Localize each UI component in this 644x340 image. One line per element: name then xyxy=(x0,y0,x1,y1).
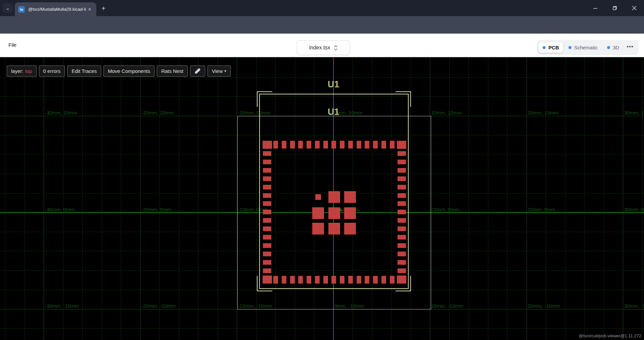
grid-vline xyxy=(468,57,469,340)
typescript-favicon-icon: ts xyxy=(18,6,25,13)
grid-vline xyxy=(642,57,643,340)
move-components-button[interactable]: Move Components xyxy=(103,66,154,77)
view-switcher: PCB Schematic 3D ••• xyxy=(537,40,639,55)
silkscreen-corner-mark xyxy=(257,91,258,107)
grid-coordinate-label: 10mm, 0mm xyxy=(431,207,459,212)
grid-coordinate-label: -30mm, 0mm xyxy=(45,207,75,212)
file-selector-value: index.tsx xyxy=(309,45,330,51)
grid-coordinate-label: 10mm, -10mm xyxy=(431,303,464,309)
new-tab-button[interactable]: + xyxy=(99,4,108,13)
browser-urlbar: ← → ⟳ i localhost:3020/#file=index.tsx&m… xyxy=(0,16,644,34)
tab-schematic[interactable]: Schematic xyxy=(564,42,602,53)
browser-tab[interactable]: ts @tsci/MustafaMulla29.kicad-lib ✕ xyxy=(15,2,96,16)
layer-prefix: layer: xyxy=(11,68,24,74)
refdes-label-inner: U1 xyxy=(328,107,339,117)
grid-hline xyxy=(0,77,644,78)
grid-vline xyxy=(526,57,527,340)
tab-3d-label: 3D xyxy=(613,45,619,50)
tab-3d[interactable]: 3D xyxy=(603,42,623,53)
grid-coordinate-label: 30mm, 10mm xyxy=(624,110,644,116)
grid-coordinate-label: 20mm, 0mm xyxy=(527,207,555,212)
minimize-button[interactable] xyxy=(586,0,605,16)
grid-vline xyxy=(44,57,44,340)
3d-dot-icon xyxy=(607,46,610,49)
grid-vline xyxy=(102,57,102,340)
view-label: View xyxy=(212,68,223,74)
view-dropdown-button[interactable]: View ▾ xyxy=(208,66,231,77)
grid-vline xyxy=(623,57,623,340)
net-label: n, xyxy=(339,207,343,212)
grid-coordinate-label: -20mm, 0mm xyxy=(141,207,171,212)
grid-coordinate-label: 20mm, -10mm xyxy=(527,303,560,309)
grid-hline xyxy=(0,328,644,329)
grid-coordinate-label: 30mm, 0mm xyxy=(624,207,644,212)
tab-close-icon[interactable]: ✕ xyxy=(86,6,93,13)
grid-vline xyxy=(159,57,160,340)
close-window-button[interactable] xyxy=(625,0,644,16)
grid-vline xyxy=(507,57,507,340)
browser-window: ⌄ ts @tsci/MustafaMulla29.kicad-lib ✕ + xyxy=(0,0,644,340)
grid-vline xyxy=(179,57,179,340)
grid-coordinate-label: 10mm, 10mm xyxy=(431,110,462,116)
more-views-button[interactable]: ••• xyxy=(625,43,637,52)
edit-traces-button[interactable]: Edit Traces xyxy=(67,66,101,77)
viewer-version: @tscircuit/pcb-viewer@1.11.272 xyxy=(579,333,641,338)
grid-vline xyxy=(449,57,450,340)
silkscreen-corner-mark xyxy=(257,276,258,291)
pencil-button[interactable] xyxy=(190,66,205,77)
silkscreen-corner-mark xyxy=(396,291,411,291)
minimize-icon xyxy=(593,6,598,10)
pcb-dot-icon xyxy=(543,46,546,49)
grid-hline xyxy=(0,58,644,58)
schematic-dot-icon xyxy=(568,46,571,49)
chevron-down-icon: ⌄ xyxy=(6,5,10,11)
caret-down-icon: ▾ xyxy=(224,69,226,73)
grid-vline xyxy=(5,57,5,340)
restore-icon xyxy=(612,6,617,10)
grid-vline xyxy=(63,57,63,340)
grid-vline xyxy=(140,57,141,340)
grid-coordinate-label: -20mm, 10mm xyxy=(141,110,174,116)
window-controls xyxy=(586,0,644,16)
grid-vline xyxy=(198,57,198,340)
grid-vline xyxy=(121,57,121,340)
restore-button[interactable] xyxy=(605,0,625,16)
grid-vline xyxy=(565,57,565,340)
layer-value: top xyxy=(25,68,32,74)
pencil-icon xyxy=(194,68,200,74)
grid-vline xyxy=(546,57,546,340)
layer-button[interactable]: layer: top xyxy=(7,66,37,77)
grid-coordinate-label: -30mm, -10mm xyxy=(45,303,79,309)
chevron-updown-icon xyxy=(334,45,338,51)
tab-schematic-label: Schematic xyxy=(574,45,598,50)
silkscreen-corner-mark xyxy=(410,276,411,291)
silkscreen-corner-mark xyxy=(257,91,272,92)
pcb-toolbar: layer: top 0 errors Edit Traces Move Com… xyxy=(7,66,231,77)
grid-vline xyxy=(25,57,25,340)
file-menu[interactable]: File xyxy=(8,42,16,48)
grid-vline xyxy=(488,57,488,340)
grid-coordinate-label: -20mm, -10mm xyxy=(141,303,176,309)
tab-pcb[interactable]: PCB xyxy=(539,42,563,53)
grid-coordinate-label: 20mm, 10mm xyxy=(527,110,558,116)
pcb-canvas[interactable]: -30mm, 10mm-30mm, 0mm-30mm, -10mm-20mm, … xyxy=(0,57,644,340)
grid-vline xyxy=(218,57,218,340)
grid-coordinate-label: 30mm, -10mm xyxy=(624,303,644,309)
refdes-label-top: U1 xyxy=(328,79,339,90)
file-selector-dropdown[interactable]: index.tsx xyxy=(297,40,350,55)
grid-vline xyxy=(604,57,604,340)
tab-title: @tsci/MustafaMulla29.kicad-lib xyxy=(28,7,86,12)
silkscreen-corner-mark xyxy=(396,91,411,92)
tab-pcb-label: PCB xyxy=(548,45,559,50)
errors-button[interactable]: 0 errors xyxy=(39,66,65,77)
grid-coordinate-label: -30mm, 10mm xyxy=(45,110,78,116)
rats-nest-button[interactable]: Rats Nest xyxy=(157,66,188,77)
silkscreen-corner-mark xyxy=(410,91,411,107)
browser-titlebar: ⌄ ts @tsci/MustafaMulla29.kicad-lib ✕ + xyxy=(0,0,644,16)
grid-vline xyxy=(584,57,585,340)
close-icon xyxy=(632,6,637,10)
silkscreen-corner-mark xyxy=(257,291,272,291)
grid-vline xyxy=(237,57,237,340)
grid-vline xyxy=(82,57,83,340)
tab-search-button[interactable]: ⌄ xyxy=(3,3,13,13)
